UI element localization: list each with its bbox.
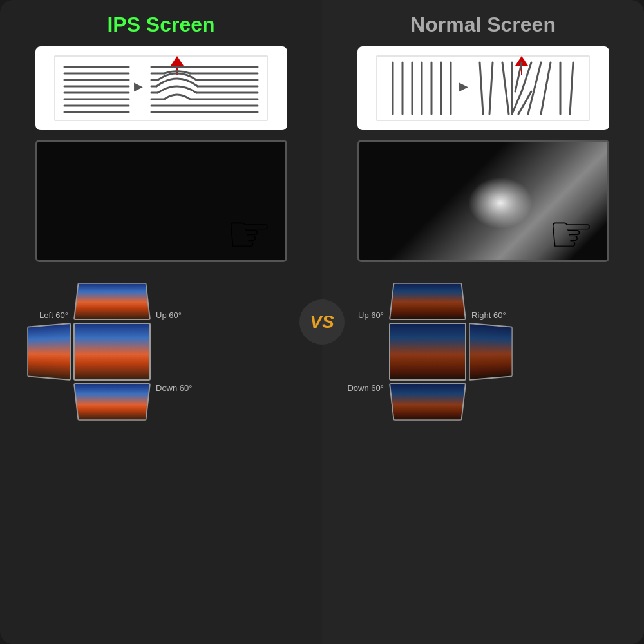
normal-title: Normal Screen (410, 13, 556, 37)
normal-bottom-thumb (389, 383, 466, 431)
svg-rect-0 (55, 56, 267, 120)
normal-top-thumb (389, 272, 466, 320)
ips-screen-box: ☞ (35, 140, 287, 262)
ips-viewing-section: Left 60° Up 60° (13, 272, 309, 431)
svg-text:▶: ▶ (134, 80, 143, 93)
vs-label: VS (310, 312, 334, 332)
main-container: IPS Screen ▶ (0, 0, 644, 644)
right60-label: Right 60° (469, 272, 527, 320)
ips-hand-icon: ☞ (226, 205, 272, 262)
screen-glow (468, 177, 533, 229)
left60-label: Left 60° (13, 272, 71, 320)
ips-left-thumb (27, 323, 71, 381)
ips-top-thumb (73, 272, 151, 320)
normal-center-thumb (389, 323, 466, 381)
normal-diagram-box: ▶ (357, 46, 609, 130)
ips-title: IPS Screen (107, 13, 214, 37)
normal-viewing-section: Up 60° Right 60° (335, 272, 631, 431)
up60-label-ips: Up 60° (153, 272, 205, 320)
normal-screen-box: ☞ (357, 140, 609, 262)
vs-badge: VS (299, 299, 345, 345)
ips-center-thumb (73, 323, 151, 381)
ips-panel: IPS Screen ▶ (0, 0, 322, 644)
normal-diagram-svg: ▶ (374, 53, 592, 124)
ips-screen-section: ☞ (35, 140, 287, 262)
svg-text:▶: ▶ (459, 80, 468, 93)
ips-diagram-svg: ▶ (52, 53, 270, 124)
normal-screen-section: ☞ (357, 140, 609, 262)
normal-right-thumb (469, 323, 513, 381)
ips-bottom-thumb (73, 383, 151, 431)
down60-label-ips: Down 60° (153, 383, 205, 431)
normal-hand-icon: ☞ (548, 205, 594, 262)
down60-label-normal: Down 60° (335, 383, 386, 431)
normal-panel: Normal Screen ▶ (322, 0, 644, 644)
ips-diagram-box: ▶ (35, 46, 287, 130)
